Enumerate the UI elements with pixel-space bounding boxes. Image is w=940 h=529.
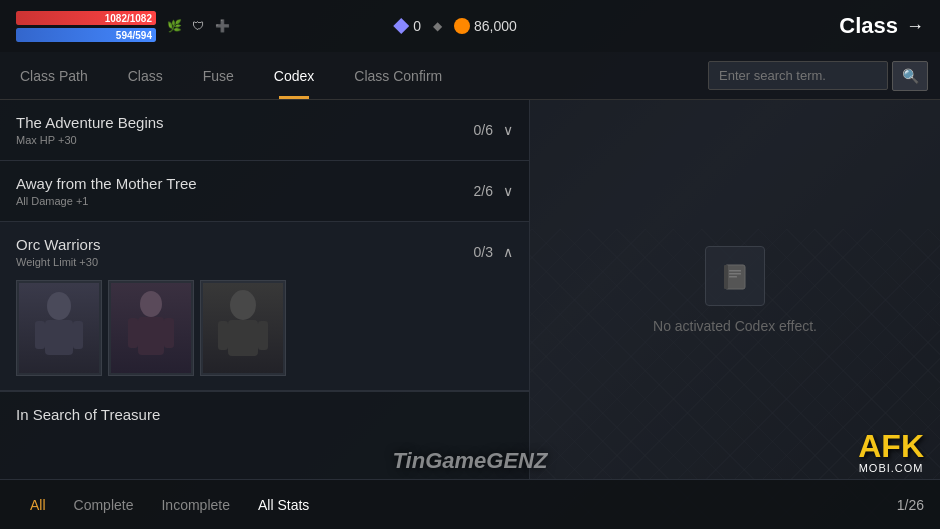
search-area: 🔍 [708, 61, 940, 91]
svg-rect-16 [729, 276, 737, 278]
filter-complete[interactable]: Complete [60, 480, 148, 529]
filter-incomplete-label: Incomplete [161, 497, 229, 513]
codex-count-value: 0/3 [474, 244, 493, 260]
tab-class[interactable]: Class [108, 52, 183, 99]
shield-icon: 🛡 [188, 16, 208, 36]
mp-max: 594 [135, 29, 152, 40]
main-content: The Adventure Begins Max HP +30 0/6 ∨ Aw… [0, 100, 940, 479]
hp-value: 1082/1082 [105, 12, 152, 23]
no-effect-label: No activated Codex effect. [653, 318, 817, 334]
codex-entry-info: Away from the Mother Tree All Damage +1 [16, 175, 197, 207]
mp-value: 594/594 [116, 29, 152, 40]
watermark-text: TinGameGENZ [393, 448, 548, 473]
char-thumb-3[interactable] [200, 280, 286, 376]
tab-navigation: Class Path Class Fuse Codex Class Confir… [0, 52, 940, 100]
gold-icon [454, 18, 470, 34]
filter-all[interactable]: All [16, 480, 60, 529]
codex-entry-count-area: 2/6 ∨ [474, 183, 513, 199]
codex-entry-orc-warriors[interactable]: Orc Warriors Weight Limit +30 0/3 ∧ [0, 222, 529, 391]
svg-point-8 [230, 290, 256, 320]
tab-codex-label: Codex [274, 68, 314, 84]
codex-entry-info: Orc Warriors Weight Limit +30 [16, 236, 100, 268]
character-thumbnails [16, 280, 513, 376]
codex-entry-header: The Adventure Begins Max HP +30 0/6 ∨ [16, 114, 513, 146]
codex-entry-count-area: 0/6 ∨ [474, 122, 513, 138]
plus-icon: ➕ [212, 16, 232, 36]
class-title-area[interactable]: Class → [839, 13, 924, 39]
filter-all-stats[interactable]: All Stats [244, 480, 323, 529]
filter-all-label: All [30, 497, 46, 513]
svg-rect-7 [164, 318, 174, 348]
mp-bar-container: 594/594 [16, 28, 156, 42]
codex-entry-name-partial: In Search of Treasure [16, 406, 513, 423]
char-thumb-2[interactable] [108, 280, 194, 376]
gold-currency: 86,000 [454, 18, 517, 34]
svg-rect-11 [258, 321, 268, 350]
arrow-currency-sep: ◆ [433, 19, 442, 33]
char-image-2 [111, 283, 191, 373]
class-title: Class [839, 13, 898, 39]
currency-area: 0 ◆ 86,000 [393, 18, 517, 34]
char-image-1 [19, 283, 99, 373]
char-thumb-1[interactable] [16, 280, 102, 376]
codex-entry-count-area: 0/3 ∧ [474, 244, 513, 260]
character-silhouette-2 [121, 288, 181, 368]
filter-all-stats-label: All Stats [258, 497, 309, 513]
mp-current: 594 [116, 29, 133, 40]
tab-class-confirm[interactable]: Class Confirm [334, 52, 462, 99]
codex-effect-icon [705, 246, 765, 306]
chevron-up-icon: ∧ [503, 244, 513, 260]
watermark: TinGameGENZ [393, 448, 548, 474]
class-arrow-icon: → [906, 16, 924, 37]
svg-point-0 [47, 292, 71, 320]
codex-entry-name: Away from the Mother Tree [16, 175, 197, 192]
gold-count: 86,000 [474, 18, 517, 34]
filter-incomplete[interactable]: Incomplete [147, 480, 243, 529]
chevron-down-icon: ∨ [503, 122, 513, 138]
codex-entry-stat: All Damage +1 [16, 195, 197, 207]
codex-entry-name: The Adventure Begins [16, 114, 164, 131]
character-silhouette-1 [29, 288, 89, 368]
book-icon [720, 261, 750, 291]
svg-rect-9 [228, 320, 258, 356]
tab-class-label: Class [128, 68, 163, 84]
gem-diamond-icon [393, 18, 409, 34]
search-button[interactable]: 🔍 [892, 61, 928, 91]
codex-entry-stat: Max HP +30 [16, 134, 164, 146]
codex-count-value: 2/6 [474, 183, 493, 199]
header: 1082/1082 594/594 🌿 🛡 ➕ 0 ◆ 86,000 Class… [0, 0, 940, 52]
svg-rect-3 [73, 321, 83, 349]
svg-rect-14 [729, 270, 741, 272]
tab-class-path[interactable]: Class Path [0, 52, 108, 99]
character-silhouette-3 [213, 288, 273, 368]
hp-bar-container: 1082/1082 [16, 11, 156, 25]
tab-codex[interactable]: Codex [254, 52, 334, 99]
codex-entry-header: Away from the Mother Tree All Damage +1 … [16, 175, 513, 207]
codex-entry-info: The Adventure Begins Max HP +30 [16, 114, 164, 146]
page-total: 26 [908, 497, 924, 513]
tab-fuse-label: Fuse [203, 68, 234, 84]
svg-point-4 [140, 291, 162, 317]
afk-main-text: AFK [858, 430, 924, 462]
search-input[interactable] [708, 61, 888, 90]
codex-entry-treasure[interactable]: In Search of Treasure [0, 391, 529, 437]
tab-fuse[interactable]: Fuse [183, 52, 254, 99]
char-image-3 [203, 283, 283, 373]
gem-currency: 0 [393, 18, 421, 34]
codex-entry-stat: Weight Limit +30 [16, 256, 100, 268]
svg-rect-15 [729, 273, 741, 275]
codex-entry-mother-tree[interactable]: Away from the Mother Tree All Damage +1 … [0, 161, 529, 222]
search-icon: 🔍 [902, 68, 919, 84]
codex-entry-header: Orc Warriors Weight Limit +30 0/3 ∧ [16, 236, 513, 268]
svg-rect-13 [724, 265, 728, 289]
afk-logo: AFK MOBI.COM [858, 430, 924, 474]
tab-class-confirm-label: Class Confirm [354, 68, 442, 84]
codex-count-value: 0/6 [474, 122, 493, 138]
afk-sub-text: MOBI.COM [858, 462, 924, 474]
hp-max: 1082 [130, 12, 152, 23]
right-panel: No activated Codex effect. [530, 100, 940, 479]
hp-current: 1082 [105, 12, 127, 23]
stat-icons: 🌿 🛡 ➕ [164, 16, 232, 36]
svg-rect-2 [35, 321, 45, 349]
codex-entry-adventure[interactable]: The Adventure Begins Max HP +30 0/6 ∨ [0, 100, 529, 161]
